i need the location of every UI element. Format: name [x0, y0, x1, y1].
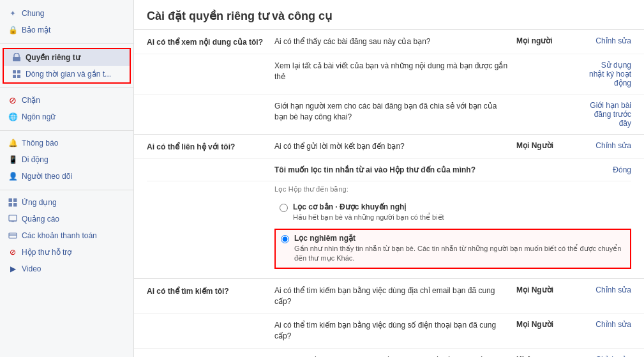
section2-row1: Ai có thể liên hệ với tôi? Ai có thể gửi…	[134, 135, 644, 159]
sidebar-item-ngon-ngu[interactable]: 🌐 Ngôn ngữ	[0, 109, 133, 125]
sidebar-item-label: Quyền riêng tư	[26, 53, 80, 62]
filter-option-strict[interactable]: Lọc nghiêm ngặt Gần như nhìn thấy tin nh…	[274, 229, 631, 269]
sidebar-item-label: Thông báo	[22, 139, 58, 148]
svg-rect-2	[17, 70, 20, 73]
sidebar-item-bao-mat[interactable]: 🔒 Bảo mật	[0, 22, 133, 38]
sidebar-item-di-dong[interactable]: 📱 Di động	[0, 151, 133, 168]
svg-rect-6	[13, 199, 17, 202]
block-icon: ⊘	[8, 95, 18, 105]
support-icon: ⊘	[8, 247, 18, 257]
filter-option-basic[interactable]: Lọc cơ bản · Được khuyến nghị Hầu hết bạ…	[274, 199, 631, 226]
section1-row2: Xem lại tất cả bài viết của bạn và những…	[134, 54, 644, 95]
filter-strict-content: Lọc nghiêm ngặt Gần như nhìn thấy tin nh…	[294, 234, 625, 264]
sidebar-item-video[interactable]: ▶ Video	[0, 261, 133, 277]
svg-rect-8	[13, 203, 17, 207]
section1-row1-value: Mọi người	[510, 36, 587, 45]
filter-options-container: Lọc Hộp thư đến bằng: Lọc cơ bản · Được …	[274, 181, 631, 278]
section1-row1-action-link[interactable]: Chỉnh sửa	[595, 36, 631, 45]
sidebar-group-4: 🔔 Thông báo 📱 Di động 👤 Người theo dõi	[0, 135, 133, 185]
section1-row3-action-link[interactable]: Giới hạn bài đăng trước đây	[590, 101, 631, 128]
section1-row2-action[interactable]: Sử dụng nhật ký hoạt động	[587, 61, 631, 87]
sidebar-item-label: Các khoản thanh toán	[22, 231, 97, 240]
video-icon: ▶	[8, 264, 18, 274]
filter-basic-content: Lọc cơ bản · Được khuyến nghị Hầu hết bạ…	[293, 202, 626, 222]
filter-options-spacer	[147, 181, 274, 278]
sidebar-item-ung-dung[interactable]: Ứng dụng	[0, 194, 133, 211]
bell-icon: 🔔	[8, 138, 18, 148]
section3-row2-action-link[interactable]: Chỉnh sửa	[595, 320, 631, 329]
sidebar-item-nguoi-theo-doi[interactable]: 👤 Người theo dõi	[0, 168, 133, 185]
filter-options-row: Lọc Hộp thư đến bằng: Lọc cơ bản · Được …	[147, 181, 631, 278]
filter-strict-desc: Gần như nhìn thấy tin nhắn từ bạn bè. Cá…	[294, 244, 625, 264]
section1-row3-desc: Giới hạn người xem cho các bài đăng bạn …	[274, 101, 510, 123]
section1-row3: Giới hạn người xem cho các bài đăng bạn …	[134, 95, 644, 134]
section1-row2-desc: Xem lại tất cả bài viết của bạn và những…	[274, 61, 510, 82]
svg-rect-9	[9, 215, 17, 221]
svg-rect-3	[13, 75, 16, 78]
sidebar-item-label: Dòng thời gian và gắn t...	[26, 70, 111, 79]
gear-icon: ✦	[8, 8, 18, 19]
section1-row1-desc: Ai có thể thấy các bài đăng sau này của …	[274, 36, 510, 47]
section2-row1-action-link[interactable]: Chỉnh sửa	[595, 141, 631, 150]
section2-row1-value: Mọi Người	[510, 141, 587, 150]
main-content: Cài đặt quyền riêng tư và công cụ Ai có …	[134, 0, 644, 357]
section3-row1-content: Ai có thể tìm kiếm bạn bằng việc dùng đị…	[274, 285, 631, 307]
sidebar-group-privacy: Quyền riêng tư Dòng thời gian và gắn t..…	[3, 48, 131, 84]
section2-row1-desc: Ai có thể gửi lời mời kết bạn đến bạn?	[274, 141, 510, 152]
filter-header: Tôi muốn lọc tin nhắn từ ai vào Hộp thư …	[147, 159, 631, 181]
section1-row1-content: Ai có thể thấy các bài đăng sau này của …	[274, 36, 631, 47]
section3-row1: Ai có thể tìm kiếm tôi? Ai có thể tìm ki…	[134, 279, 644, 314]
sidebar-item-dong-thoi-gian[interactable]: Dòng thời gian và gắn t...	[4, 66, 130, 82]
privacy-icon	[11, 52, 22, 63]
sidebar-item-label: Ứng dụng	[22, 198, 57, 207]
filter-close-button[interactable]: Đóng	[613, 165, 631, 174]
section3-row2-label	[147, 320, 274, 321]
sidebar-item-chung[interactable]: ✦ Chung	[0, 5, 133, 22]
section2-label: Ai có thể liên hệ với tôi?	[147, 141, 274, 151]
sidebar-item-chan[interactable]: ⊘ Chặn	[0, 92, 133, 109]
section3-row1-action-link[interactable]: Chỉnh sửa	[595, 285, 631, 294]
section3-row2-desc: Ai có thể tìm kiếm bạn bằng việc dùng số…	[274, 320, 510, 342]
section3-row3-label	[147, 355, 274, 356]
sidebar-divider-3	[0, 130, 133, 131]
page-title: Cài đặt quyền riêng tư và công cụ	[134, 0, 644, 30]
sidebar-item-quyen-rieng-tu[interactable]: Quyền riêng tư	[4, 49, 130, 66]
app-icon	[8, 197, 18, 208]
sidebar-item-label: Chặn	[22, 96, 40, 105]
section3-row2-action[interactable]: Chỉnh sửa	[587, 320, 631, 329]
section1-row1-action[interactable]: Chỉnh sửa	[587, 36, 631, 45]
sidebar: ✦ Chung 🔒 Bảo mật Quyền riêng tư	[0, 0, 134, 357]
mobile-icon: 📱	[8, 155, 18, 165]
sidebar-item-label: Hộp thư hỗ trợ	[22, 248, 71, 257]
section-contact: Ai có thể liên hệ với tôi? Ai có thể gửi…	[134, 135, 644, 279]
section3-row2: Ai có thể tìm kiếm bạn bằng việc dùng số…	[134, 314, 644, 349]
section3-row1-action[interactable]: Chỉnh sửa	[587, 285, 631, 294]
sidebar-divider-1	[0, 43, 133, 44]
ad-icon	[8, 214, 18, 224]
section1-row3-action[interactable]: Giới hạn bài đăng trước đây	[587, 101, 631, 128]
sidebar-item-label: Bảo mật	[22, 26, 50, 34]
sidebar-item-quang-cao[interactable]: Quảng cáo	[0, 211, 133, 227]
filter-header-action[interactable]: Đóng	[587, 165, 631, 174]
sidebar-group-3: ⊘ Chặn 🌐 Ngôn ngữ	[0, 92, 133, 125]
timeline-icon	[11, 69, 22, 79]
sidebar-item-label: Chung	[22, 9, 44, 18]
section2-row1-action[interactable]: Chỉnh sửa	[587, 141, 631, 150]
svg-rect-5	[9, 199, 13, 202]
sidebar-item-cac-khoan-thanh-toan[interactable]: Các khoản thanh toán	[0, 227, 133, 244]
filter-basic-radio[interactable]	[280, 204, 288, 212]
svg-rect-1	[13, 70, 16, 73]
payment-icon	[8, 231, 18, 241]
section1-row3-content: Giới hạn người xem cho các bài đăng bạn …	[274, 101, 631, 128]
section1-row2-label	[147, 61, 274, 62]
section1-row2-action-link[interactable]: Sử dụng nhật ký hoạt động	[589, 61, 631, 87]
section1-row1: Ai có thể xem nội dung của tôi? Ai có th…	[134, 30, 644, 54]
sidebar-item-thong-bao[interactable]: 🔔 Thông báo	[0, 135, 133, 151]
sidebar-group-1: ✦ Chung 🔒 Bảo mật	[0, 5, 133, 38]
sidebar-item-hop-thu-ho-tro[interactable]: ⊘ Hộp thư hỗ trợ	[0, 244, 133, 261]
app-layout: ✦ Chung 🔒 Bảo mật Quyền riêng tư	[0, 0, 644, 357]
filter-header-spacer	[147, 169, 274, 171]
sidebar-item-label: Người theo dõi	[22, 172, 72, 181]
sidebar-item-label: Di động	[22, 155, 49, 164]
filter-strict-radio[interactable]	[281, 235, 289, 243]
